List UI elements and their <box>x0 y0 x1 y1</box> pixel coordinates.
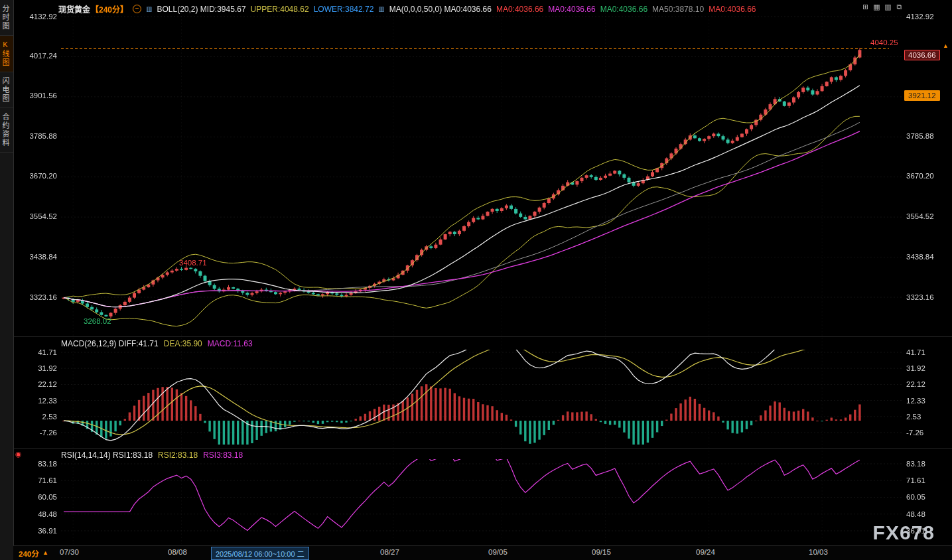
boll-lower-value: LOWER:3842.72 <box>314 5 374 14</box>
price-axis-label: 3554.52 <box>16 212 57 220</box>
symbol-name: 现货黄金 <box>58 3 90 15</box>
rsi-axis-label: 71.61 <box>906 476 950 484</box>
price-axis-label: 3785.88 <box>16 132 57 140</box>
time-axis-bar: 240分 ▲ 07/30 08/08 2025/08/12 06:00~10:0… <box>13 545 952 560</box>
boll-settings-icon[interactable]: ▥ <box>146 6 152 13</box>
rsi-axis-label: 71.61 <box>16 476 57 484</box>
price-axis-label: 3438.84 <box>906 253 950 261</box>
fx678-watermark: FX678 <box>873 522 935 544</box>
panel-separator <box>13 448 952 449</box>
add-window-icon[interactable]: ⊞ <box>861 3 870 11</box>
price-axis-label: 3670.20 <box>16 172 57 180</box>
time-tick-label: 09/24 <box>696 548 715 556</box>
macd-dea-value: DEA:35.90 <box>164 339 202 348</box>
session-high-label: 4040.25 <box>870 38 898 46</box>
price-chart-canvas[interactable] <box>0 0 952 560</box>
boll-upper-value: UPPER:4048.62 <box>251 5 309 14</box>
session-range-box[interactable]: 2025/08/12 06:00~10:00 二 <box>211 547 309 560</box>
price-axis-label: 3438.84 <box>16 253 57 261</box>
price-axis-label: 4132.92 <box>906 13 950 21</box>
ma0-red-value: MA0:4036.66 <box>496 5 543 14</box>
grid-layout-icon[interactable]: ▦ <box>872 3 881 11</box>
period-label: 【240分】 <box>91 3 128 15</box>
rsi-axis-label: 60.05 <box>16 493 57 501</box>
price-axis-label: 3785.88 <box>906 132 950 140</box>
rsi-axis-label: 48.48 <box>906 510 950 518</box>
time-tick-label: 09/05 <box>488 548 508 556</box>
time-tick-label: 09/15 <box>592 548 611 556</box>
macd-axis-label: -7.26 <box>16 429 57 437</box>
price-axis-label: 3901.56 <box>16 92 57 100</box>
macd-value: MACD:11.63 <box>208 339 253 348</box>
rsi-title: RSI(14,14,14) RSI1:83.18 <box>61 451 153 460</box>
ma-settings-icon[interactable]: ▥ <box>378 6 384 13</box>
last-price-tag: 4036.66 <box>904 50 940 60</box>
ma0-red2-value: MA0:4036.66 <box>709 5 756 14</box>
ma-group-value: MA(0,0,0,50,0) MA0:4036.66 <box>389 5 492 14</box>
expand-window-icon[interactable]: ⧉ <box>895 3 904 11</box>
macd-axis-label: 22.12 <box>906 380 950 388</box>
rsi-axis-label: 83.18 <box>906 460 950 468</box>
macd-axis-label: -7.26 <box>906 429 950 437</box>
macd-axis-label: 2.53 <box>16 413 57 421</box>
price-axis-label: 3670.20 <box>906 172 950 180</box>
swing-low-label: 3268.02 <box>84 317 111 325</box>
macd-axis-label: 12.33 <box>16 397 57 405</box>
sidebar-tab-kline[interactable]: K线图 <box>0 36 13 72</box>
macd-title: MACD(26,12,9) DIFF:41.71 <box>61 339 159 348</box>
footer-period-label[interactable]: 240分 <box>19 548 39 559</box>
price-axis-label: 4132.92 <box>16 13 57 21</box>
reference-price-tag: 3921.12 <box>904 90 940 101</box>
sidebar: 分时图 K线图 闪电图 合约资料 <box>0 0 14 560</box>
window-layout-controls: ⊞ ▦ ▥ ⧉ <box>861 3 904 11</box>
indicator-marker-icon[interactable]: ◉ <box>15 450 22 458</box>
rsi-axis-label: 83.18 <box>16 460 57 468</box>
price-axis-label: 4017.24 <box>16 52 57 60</box>
ma0-magenta-value: MA0:4036.66 <box>548 5 595 14</box>
rsi3-value: RSI3:83.18 <box>203 451 243 460</box>
price-axis-label: 3554.52 <box>906 212 950 220</box>
time-tick-label: 08/27 <box>380 548 399 556</box>
time-tick-label: 08/08 <box>168 548 187 556</box>
rsi-header: RSI(14,14,14) RSI1:83.18 RSI2:83.18 RSI3… <box>61 451 243 460</box>
collapse-indicator-icon[interactable]: − <box>133 5 141 13</box>
swing-high-label: 3408.71 <box>179 259 207 267</box>
price-up-arrow-icon: ▲ <box>943 42 949 49</box>
sidebar-tab-contract-info[interactable]: 合约资料 <box>0 108 13 153</box>
time-tick-label: 07/30 <box>60 548 79 556</box>
panel-separator <box>13 336 952 337</box>
indicator-header-bar: 现货黄金 【240分】 − ▥ BOLL(20,2) MID:3945.67 U… <box>58 3 756 15</box>
macd-axis-label: 22.12 <box>16 380 57 388</box>
macd-header: MACD(26,12,9) DIFF:41.71 DEA:35.90 MACD:… <box>61 339 253 348</box>
macd-axis-label: 2.53 <box>906 413 950 421</box>
rsi-axis-label: 60.05 <box>906 493 950 501</box>
macd-axis-label: 41.71 <box>906 348 950 356</box>
period-up-arrow-icon[interactable]: ▲ <box>42 549 48 556</box>
price-axis-label: 3323.16 <box>16 293 57 301</box>
macd-axis-label: 31.92 <box>906 364 950 372</box>
split-layout-icon[interactable]: ▥ <box>884 3 892 11</box>
boll-value: BOLL(20,2) MID:3945.67 <box>157 5 246 14</box>
rsi2-value: RSI2:83.18 <box>158 451 198 460</box>
rsi-axis-label: 48.48 <box>16 510 57 518</box>
sidebar-tab-lightning[interactable]: 闪电图 <box>0 72 13 108</box>
macd-axis-label: 12.33 <box>906 397 950 405</box>
ma0-green-value: MA0:4036.66 <box>600 5 647 14</box>
time-tick-label: 10/03 <box>809 548 828 556</box>
sidebar-tab-timeline[interactable]: 分时图 <box>0 0 13 36</box>
macd-axis-label: 41.71 <box>16 348 57 356</box>
macd-axis-label: 31.92 <box>16 364 57 372</box>
ma50-value: MA50:3878.10 <box>652 5 704 14</box>
price-axis-label: 3323.16 <box>906 293 950 301</box>
rsi-axis-label: 36.91 <box>16 527 57 535</box>
